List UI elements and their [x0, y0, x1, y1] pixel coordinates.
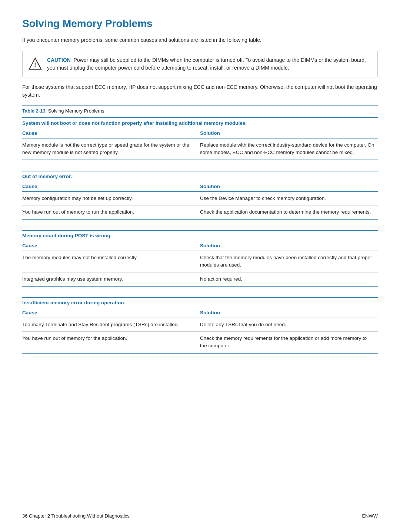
- col-cause-1: Cause: [22, 181, 200, 192]
- table-row: You have run out of memory to run the ap…: [22, 205, 378, 219]
- problem-section-0: System will not boot or does not functio…: [22, 117, 378, 160]
- cell-solution-1-1: Check the application documentation to d…: [200, 205, 378, 219]
- problem-section-3: Insufficient memory error during operati…: [22, 297, 378, 354]
- caution-box: ! CAUTION Power may still be supplied to…: [22, 51, 378, 77]
- cell-cause-1-0: Memory configuration may not be set up c…: [22, 191, 200, 205]
- caution-icon: !: [29, 57, 42, 70]
- table-row: Memory configuration may not be set up c…: [22, 191, 378, 205]
- cell-solution-1-0: Use the Device Manager to check memory c…: [200, 191, 378, 205]
- cell-cause-1-1: You have run out of memory to run the ap…: [22, 205, 200, 219]
- table-number: Table 2-13: [22, 108, 46, 114]
- problem-section-2: Memory count during POST is wrong.CauseS…: [22, 230, 378, 287]
- col-solution-2: Solution: [200, 241, 378, 251]
- section-table-1: CauseSolutionMemory configuration may no…: [22, 181, 378, 220]
- section-header-1: Out of memory error.: [22, 171, 378, 181]
- cell-solution-2-0: Check that the memory modules have been …: [200, 251, 378, 272]
- footer-right: ENWW: [362, 513, 378, 519]
- col-cause-0: Cause: [22, 128, 200, 138]
- cell-solution-2-1: No action required.: [200, 272, 378, 286]
- table-row: Too many Terminate and Stay Resident pro…: [22, 318, 378, 331]
- footer: 36 Chapter 2 Troubleshooting Without Dia…: [22, 513, 378, 519]
- col-solution-3: Solution: [200, 308, 378, 318]
- section-header-2: Memory count during POST is wrong.: [22, 230, 378, 241]
- table-row: Memory module is not the correct type or…: [22, 138, 378, 160]
- section-header-3: Insufficient memory error during operati…: [22, 297, 378, 308]
- footer-left: 36 Chapter 2 Troubleshooting Without Dia…: [22, 513, 130, 519]
- section-table-0: CauseSolutionMemory module is not the co…: [22, 128, 378, 160]
- intro-text: If you encounter memory problems, some c…: [22, 36, 378, 44]
- cell-solution-0-0: Replace module with the correct industry…: [200, 138, 378, 160]
- cell-cause-2-1: Integrated graphics may use system memor…: [22, 272, 200, 286]
- table-row: Integrated graphics may use system memor…: [22, 272, 378, 286]
- problem-section-1: Out of memory error.CauseSolutionMemory …: [22, 171, 378, 220]
- col-solution-1: Solution: [200, 181, 378, 192]
- section-table-2: CauseSolutionThe memory modules may not …: [22, 241, 378, 287]
- cell-cause-0-0: Memory module is not the correct type or…: [22, 138, 200, 160]
- col-cause-3: Cause: [22, 308, 200, 318]
- caution-content: CAUTION Power may still be supplied to t…: [47, 56, 371, 72]
- cell-solution-3-0: Delete any TSRs that you do not need.: [200, 318, 378, 331]
- page-title: Solving Memory Problems: [22, 18, 378, 30]
- table-row: You have run out of memory for the appli…: [22, 332, 378, 353]
- col-cause-2: Cause: [22, 241, 200, 251]
- svg-text:!: !: [34, 62, 36, 68]
- table-label: Table 2-13 Solving Memory Problems: [22, 108, 378, 114]
- cell-cause-3-0: Too many Terminate and Stay Resident pro…: [22, 318, 200, 331]
- col-solution-0: Solution: [200, 128, 378, 138]
- caution-body: Power may still be supplied to the DIMMs…: [47, 57, 366, 71]
- sections-container: System will not boot or does not functio…: [22, 117, 378, 354]
- divider: [22, 106, 378, 106]
- section-header-0: System will not boot or does not functio…: [22, 117, 378, 128]
- caution-label: CAUTION: [47, 57, 71, 63]
- cell-cause-2-0: The memory modules may not be installed …: [22, 251, 200, 272]
- section-table-3: CauseSolutionToo many Terminate and Stay…: [22, 308, 378, 354]
- table-row: The memory modules may not be installed …: [22, 251, 378, 272]
- cell-solution-3-1: Check the memory requirements for the ap…: [200, 332, 378, 353]
- ecc-note: For those systems that support ECC memor…: [22, 83, 378, 99]
- cell-cause-3-1: You have run out of memory for the appli…: [22, 332, 200, 353]
- table-title: Solving Memory Problems: [48, 108, 104, 114]
